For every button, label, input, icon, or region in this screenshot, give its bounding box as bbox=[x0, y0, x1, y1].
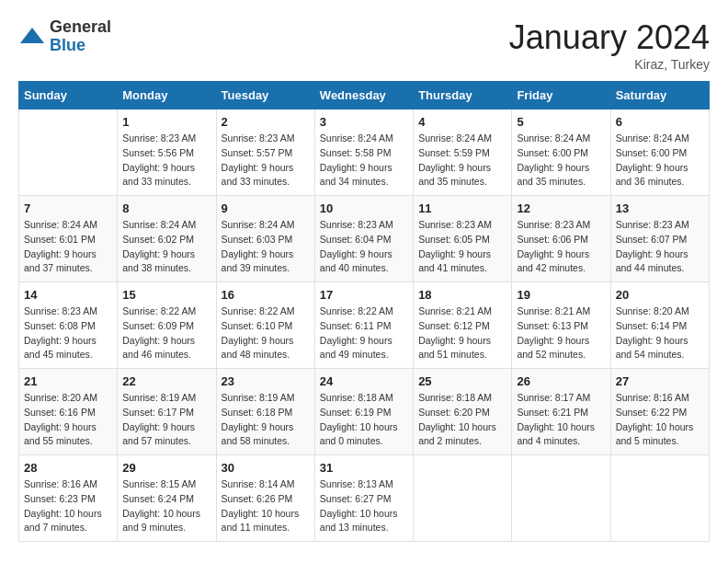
day-info: Sunrise: 8:16 AMSunset: 6:22 PMDaylight:… bbox=[616, 391, 704, 449]
day-info: Sunrise: 8:21 AMSunset: 6:12 PMDaylight:… bbox=[418, 304, 506, 362]
day-number: 2 bbox=[222, 115, 310, 129]
day-info: Sunrise: 8:22 AMSunset: 6:09 PMDaylight:… bbox=[122, 304, 210, 362]
day-info: Sunrise: 8:15 AMSunset: 6:24 PMDaylight:… bbox=[122, 477, 210, 535]
calendar-row-1: 7Sunrise: 8:24 AMSunset: 6:01 PMDaylight… bbox=[19, 196, 710, 282]
day-number: 23 bbox=[222, 374, 310, 388]
day-number: 30 bbox=[222, 461, 310, 475]
calendar-row-2: 14Sunrise: 8:23 AMSunset: 6:08 PMDayligh… bbox=[19, 282, 710, 369]
day-info: Sunrise: 8:17 AMSunset: 6:21 PMDaylight:… bbox=[517, 391, 605, 449]
day-number: 3 bbox=[320, 115, 408, 129]
calendar-cell bbox=[512, 455, 610, 542]
day-number: 11 bbox=[418, 201, 506, 215]
day-info: Sunrise: 8:24 AMSunset: 6:00 PMDaylight:… bbox=[616, 132, 704, 190]
header-day-monday: Monday bbox=[118, 82, 216, 109]
calendar-cell: 11Sunrise: 8:23 AMSunset: 6:05 PMDayligh… bbox=[414, 196, 512, 282]
day-number: 7 bbox=[24, 201, 112, 215]
calendar-cell: 15Sunrise: 8:22 AMSunset: 6:09 PMDayligh… bbox=[118, 282, 216, 369]
calendar-cell: 24Sunrise: 8:18 AMSunset: 6:19 PMDayligh… bbox=[314, 369, 413, 455]
day-number: 28 bbox=[24, 461, 112, 475]
calendar-cell bbox=[610, 455, 709, 542]
day-info: Sunrise: 8:23 AMSunset: 6:07 PMDaylight:… bbox=[616, 218, 704, 276]
day-number: 27 bbox=[616, 374, 704, 388]
calendar-row-3: 21Sunrise: 8:20 AMSunset: 6:16 PMDayligh… bbox=[19, 369, 710, 455]
day-number: 10 bbox=[320, 201, 408, 215]
header-day-thursday: Thursday bbox=[414, 82, 512, 109]
header-day-friday: Friday bbox=[512, 82, 610, 109]
calendar-cell: 19Sunrise: 8:21 AMSunset: 6:13 PMDayligh… bbox=[512, 282, 610, 369]
day-number: 4 bbox=[418, 115, 506, 129]
calendar-cell: 31Sunrise: 8:13 AMSunset: 6:27 PMDayligh… bbox=[314, 455, 413, 542]
day-number: 6 bbox=[616, 115, 704, 129]
calendar-cell: 30Sunrise: 8:14 AMSunset: 6:26 PMDayligh… bbox=[216, 455, 314, 542]
day-info: Sunrise: 8:24 AMSunset: 6:01 PMDaylight:… bbox=[24, 218, 112, 276]
day-info: Sunrise: 8:24 AMSunset: 5:59 PMDaylight:… bbox=[418, 132, 506, 190]
day-info: Sunrise: 8:24 AMSunset: 6:00 PMDaylight:… bbox=[517, 132, 605, 190]
calendar-cell: 23Sunrise: 8:19 AMSunset: 6:18 PMDayligh… bbox=[216, 369, 314, 455]
day-info: Sunrise: 8:22 AMSunset: 6:11 PMDaylight:… bbox=[320, 304, 408, 362]
calendar-cell: 27Sunrise: 8:16 AMSunset: 6:22 PMDayligh… bbox=[610, 369, 709, 455]
calendar-row-0: 1Sunrise: 8:23 AMSunset: 5:56 PMDaylight… bbox=[19, 109, 710, 196]
day-info: Sunrise: 8:16 AMSunset: 6:23 PMDaylight:… bbox=[24, 477, 112, 535]
day-number: 14 bbox=[24, 288, 112, 302]
day-info: Sunrise: 8:24 AMSunset: 6:02 PMDaylight:… bbox=[122, 218, 210, 276]
calendar-cell: 28Sunrise: 8:16 AMSunset: 6:23 PMDayligh… bbox=[19, 455, 118, 542]
calendar-cell: 29Sunrise: 8:15 AMSunset: 6:24 PMDayligh… bbox=[118, 455, 216, 542]
day-info: Sunrise: 8:23 AMSunset: 6:08 PMDaylight:… bbox=[24, 304, 112, 362]
day-number: 13 bbox=[616, 201, 704, 215]
day-info: Sunrise: 8:24 AMSunset: 6:03 PMDaylight:… bbox=[222, 218, 310, 276]
day-info: Sunrise: 8:18 AMSunset: 6:20 PMDaylight:… bbox=[418, 391, 506, 449]
day-number: 15 bbox=[122, 288, 210, 302]
calendar-cell: 2Sunrise: 8:23 AMSunset: 5:57 PMDaylight… bbox=[216, 109, 314, 196]
location: Kiraz, Turkey bbox=[509, 57, 710, 72]
day-number: 1 bbox=[122, 115, 210, 129]
logo-icon bbox=[18, 23, 46, 51]
day-number: 20 bbox=[616, 288, 704, 302]
header: General Blue January 2024 Kiraz, Turkey bbox=[18, 18, 710, 72]
header-day-tuesday: Tuesday bbox=[216, 82, 314, 109]
calendar-cell: 3Sunrise: 8:24 AMSunset: 5:58 PMDaylight… bbox=[314, 109, 413, 196]
svg-marker-0 bbox=[20, 28, 44, 43]
day-number: 29 bbox=[122, 461, 210, 475]
day-info: Sunrise: 8:23 AMSunset: 6:05 PMDaylight:… bbox=[418, 218, 506, 276]
header-day-wednesday: Wednesday bbox=[314, 82, 413, 109]
month-title: January 2024 bbox=[509, 18, 710, 57]
logo: General Blue bbox=[18, 18, 111, 55]
day-info: Sunrise: 8:13 AMSunset: 6:27 PMDaylight:… bbox=[320, 477, 408, 535]
calendar-body: 1Sunrise: 8:23 AMSunset: 5:56 PMDaylight… bbox=[19, 109, 710, 542]
calendar-cell: 12Sunrise: 8:23 AMSunset: 6:06 PMDayligh… bbox=[512, 196, 610, 282]
day-number: 16 bbox=[222, 288, 310, 302]
day-info: Sunrise: 8:14 AMSunset: 6:26 PMDaylight:… bbox=[222, 477, 310, 535]
header-row: SundayMondayTuesdayWednesdayThursdayFrid… bbox=[19, 82, 710, 109]
day-number: 12 bbox=[517, 201, 605, 215]
calendar-row-4: 28Sunrise: 8:16 AMSunset: 6:23 PMDayligh… bbox=[19, 455, 710, 542]
day-number: 21 bbox=[24, 374, 112, 388]
day-info: Sunrise: 8:18 AMSunset: 6:19 PMDaylight:… bbox=[320, 391, 408, 449]
calendar-cell bbox=[19, 109, 118, 196]
calendar-cell: 26Sunrise: 8:17 AMSunset: 6:21 PMDayligh… bbox=[512, 369, 610, 455]
calendar-cell: 20Sunrise: 8:20 AMSunset: 6:14 PMDayligh… bbox=[610, 282, 709, 369]
day-number: 5 bbox=[517, 115, 605, 129]
calendar-cell: 22Sunrise: 8:19 AMSunset: 6:17 PMDayligh… bbox=[118, 369, 216, 455]
day-info: Sunrise: 8:24 AMSunset: 5:58 PMDaylight:… bbox=[320, 132, 408, 190]
day-info: Sunrise: 8:23 AMSunset: 5:56 PMDaylight:… bbox=[122, 132, 210, 190]
day-number: 24 bbox=[320, 374, 408, 388]
day-info: Sunrise: 8:23 AMSunset: 6:04 PMDaylight:… bbox=[320, 218, 408, 276]
header-day-sunday: Sunday bbox=[19, 82, 118, 109]
day-info: Sunrise: 8:23 AMSunset: 6:06 PMDaylight:… bbox=[517, 218, 605, 276]
calendar-cell: 13Sunrise: 8:23 AMSunset: 6:07 PMDayligh… bbox=[610, 196, 709, 282]
logo-blue: Blue bbox=[50, 37, 111, 55]
logo-general: General bbox=[50, 18, 111, 37]
day-number: 22 bbox=[122, 374, 210, 388]
day-number: 31 bbox=[320, 461, 408, 475]
calendar-cell: 4Sunrise: 8:24 AMSunset: 5:59 PMDaylight… bbox=[414, 109, 512, 196]
calendar-cell: 6Sunrise: 8:24 AMSunset: 6:00 PMDaylight… bbox=[610, 109, 709, 196]
calendar-cell: 9Sunrise: 8:24 AMSunset: 6:03 PMDaylight… bbox=[216, 196, 314, 282]
day-number: 18 bbox=[418, 288, 506, 302]
day-info: Sunrise: 8:23 AMSunset: 5:57 PMDaylight:… bbox=[222, 132, 310, 190]
day-number: 8 bbox=[122, 201, 210, 215]
calendar-cell: 1Sunrise: 8:23 AMSunset: 5:56 PMDaylight… bbox=[118, 109, 216, 196]
calendar-cell: 16Sunrise: 8:22 AMSunset: 6:10 PMDayligh… bbox=[216, 282, 314, 369]
logo-text: General Blue bbox=[50, 18, 111, 55]
calendar-cell bbox=[414, 455, 512, 542]
calendar-cell: 7Sunrise: 8:24 AMSunset: 6:01 PMDaylight… bbox=[19, 196, 118, 282]
